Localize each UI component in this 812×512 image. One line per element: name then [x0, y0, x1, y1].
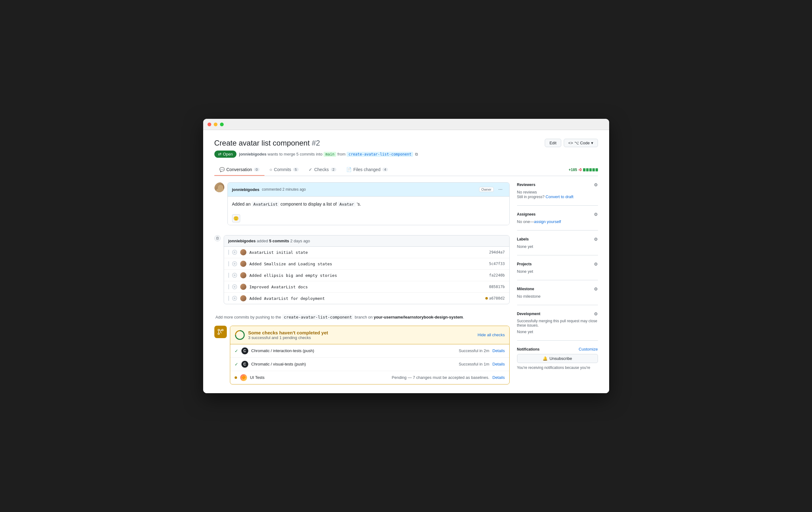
table-row: Added AvatarList for deployment a6780d2	[224, 293, 509, 304]
head-branch[interactable]: create-avatar-list-component	[347, 152, 413, 157]
git-commit-icon: ○	[269, 167, 272, 172]
commits-timeline-icon	[214, 235, 221, 241]
commit-avatar	[240, 295, 246, 301]
right-sidebar: Reviewers ⚙ No reviews Still in progress…	[517, 182, 598, 385]
commits-wrapper: jonniebigodes added 5 commits 2 days ago	[214, 235, 510, 309]
pr-meta: ⇄ Open jonniebigodes wants to merge 5 co…	[214, 151, 598, 158]
tab-commits[interactable]: ○ Commits 5	[264, 164, 303, 176]
avatar	[214, 182, 224, 192]
ui-tests-icon: 🔶	[240, 374, 247, 381]
diff-bar-3	[589, 168, 592, 171]
more-options-button[interactable]: ···	[496, 186, 505, 193]
pending-icon	[235, 377, 237, 379]
diff-bar-5	[596, 168, 598, 171]
table-row: AvatarList initial state 294d4a7	[224, 247, 509, 258]
checks-wrapper: Some checks haven't completed yet 3 succ…	[214, 326, 510, 385]
commits-icon-col	[214, 235, 221, 309]
table-row: Added Smallsize and Loading states 5c47f…	[224, 258, 509, 270]
convert-to-draft-link[interactable]: Convert to draft	[546, 194, 574, 199]
notification-note: You're receiving notifications because y…	[517, 365, 598, 370]
svg-rect-0	[216, 237, 219, 240]
edit-button[interactable]: Edit	[545, 139, 561, 147]
maximize-button[interactable]	[220, 123, 224, 126]
titlebar	[203, 119, 609, 130]
chromatic-icon-2: C	[241, 361, 248, 368]
comment-body: Added an AvatarList component to display…	[228, 197, 509, 212]
push-note: Add more commits by pushing to the creat…	[214, 314, 510, 321]
code-button[interactable]: <> ⌥ Code ▾	[564, 139, 598, 147]
comment-header-right: Owner ···	[479, 186, 504, 193]
checks-box: Some checks haven't completed yet 3 succ…	[230, 326, 510, 385]
avatar-column	[214, 182, 224, 230]
svg-point-5	[218, 333, 219, 334]
diff-bar-1	[583, 168, 585, 171]
comment-footer: 🙂	[228, 212, 509, 225]
minimize-button[interactable]	[214, 123, 218, 126]
commit-dot	[232, 261, 237, 266]
checks-header-left: Some checks haven't completed yet 3 succ…	[235, 330, 328, 340]
assignees-gear-icon[interactable]: ⚙	[594, 212, 598, 217]
tab-conversation[interactable]: 💬 Conversation 0	[214, 164, 265, 176]
development-header: Development ⚙	[517, 311, 598, 317]
commit-avatar	[240, 272, 246, 278]
svg-point-4	[222, 329, 223, 331]
main-area: jonniebigodes commented 2 minutes ago Ow…	[214, 182, 598, 385]
projects-header: Projects ⚙	[517, 262, 598, 267]
tab-files[interactable]: 📄 Files changed 4	[341, 164, 393, 176]
comment-icon: 💬	[219, 167, 225, 172]
commits-box: jonniebigodes added 5 commits 2 days ago	[224, 235, 510, 304]
bell-icon: 🔔	[543, 356, 548, 361]
development-value: None yet	[517, 329, 598, 334]
assign-yourself-link[interactable]: assign yourself	[534, 219, 561, 224]
commit-dot	[232, 250, 237, 255]
copy-branch-icon[interactable]: ⧉	[415, 152, 418, 156]
commits-header: jonniebigodes added 5 commits 2 days ago	[224, 236, 509, 247]
development-gear-icon[interactable]: ⚙	[594, 311, 598, 317]
page-title: Create avatar list component #2	[214, 139, 320, 147]
milestone-section: Milestone ⚙ No milestone	[517, 287, 598, 305]
notifications-section: Notifications Customize 🔔 Unsubscribe Yo…	[517, 347, 598, 376]
projects-gear-icon[interactable]: ⚙	[594, 262, 598, 267]
commit-avatar	[240, 261, 246, 267]
comment-thread-wrapper: jonniebigodes commented 2 minutes ago Ow…	[214, 182, 510, 230]
page-content: Create avatar list component #2 Edit <> …	[203, 130, 609, 393]
hide-checks-button[interactable]: Hide all checks	[477, 333, 504, 337]
labels-header: Labels ⚙	[517, 237, 598, 242]
emoji-reaction-button[interactable]: 🙂	[232, 214, 240, 222]
comment-text: Added an AvatarList component to display…	[232, 201, 505, 208]
development-body: Successfully merging this pull request m…	[517, 319, 598, 328]
customize-link[interactable]: Customize	[579, 347, 598, 352]
base-branch[interactable]: main	[324, 152, 336, 157]
commit-avatar	[240, 284, 246, 290]
reviewers-gear-icon[interactable]: ⚙	[594, 182, 598, 187]
header-actions: Edit <> ⌥ Code ▾	[545, 139, 598, 147]
avatar-image	[214, 182, 224, 192]
tab-checks[interactable]: ✓ Checks 2	[303, 164, 341, 176]
labels-section: Labels ⚙ None yet	[517, 237, 598, 255]
code-icon: <>	[569, 141, 573, 145]
checks-header: Some checks haven't completed yet 3 succ…	[230, 326, 509, 344]
progress-circle	[235, 330, 245, 340]
chromatic-icon: C	[241, 348, 248, 354]
pr-meta-text: jonniebigodes wants to merge 5 commits i…	[239, 152, 418, 157]
projects-section: Projects ⚙ None yet	[517, 262, 598, 280]
list-item: ✓ C Chromatic / interaction-tests (push)…	[230, 344, 509, 358]
labels-gear-icon[interactable]: ⚙	[594, 237, 598, 242]
commit-dot	[232, 273, 237, 278]
reviewers-section: Reviewers ⚙ No reviews Still in progress…	[517, 182, 598, 206]
tabs-left: 💬 Conversation 0 ○ Commits 5 ✓ Checks 2 …	[214, 164, 393, 176]
reviewers-value: No reviews	[517, 190, 598, 194]
labels-value: None yet	[517, 244, 598, 249]
commit-dot	[232, 296, 237, 301]
diff-bars	[583, 168, 598, 171]
unsubscribe-button[interactable]: 🔔 Unsubscribe	[517, 354, 598, 363]
close-button[interactable]	[207, 123, 211, 126]
chevron-down-icon: ▾	[591, 141, 593, 145]
pr-tabs: 💬 Conversation 0 ○ Commits 5 ✓ Checks 2 …	[214, 164, 598, 176]
git-icon	[214, 326, 227, 338]
pending-status-dot	[485, 297, 488, 300]
projects-value: None yet	[517, 269, 598, 274]
milestone-gear-icon[interactable]: ⚙	[594, 287, 598, 292]
checks-icon-col	[214, 326, 227, 385]
diff-bar-4	[592, 168, 595, 171]
